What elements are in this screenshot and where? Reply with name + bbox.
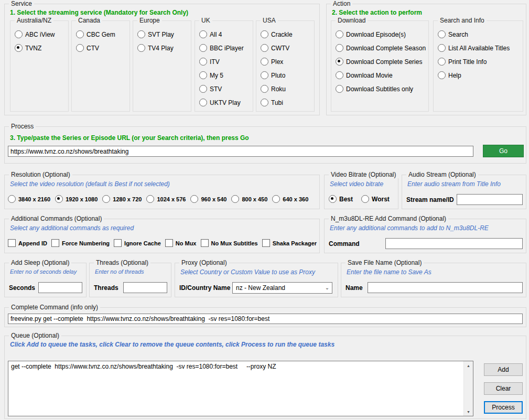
- seconds-input[interactable]: [38, 282, 82, 293]
- radio-option[interactable]: Print Title Info: [438, 58, 510, 66]
- radio-icon: [438, 71, 446, 79]
- radio-option[interactable]: Help: [438, 71, 510, 79]
- radio-option[interactable]: STV: [199, 85, 244, 93]
- radio-option[interactable]: TVNZ: [15, 44, 55, 52]
- checkbox-option[interactable]: Ignore Cache: [114, 239, 161, 247]
- radio-option[interactable]: 3840 x 2160: [8, 195, 50, 203]
- radio-option[interactable]: Crackle: [261, 30, 293, 38]
- radio-icon: [261, 58, 268, 66]
- checkbox-option[interactable]: Append ID: [8, 239, 47, 247]
- scroll-track[interactable]: [464, 370, 473, 407]
- threads-label: Threads: [94, 284, 118, 292]
- radio-icon: [199, 30, 207, 38]
- radio-option[interactable]: SVT Play: [137, 30, 174, 38]
- command-input[interactable]: [385, 238, 523, 249]
- radio-icon: [261, 44, 268, 52]
- radio-option[interactable]: Tubi: [261, 99, 293, 106]
- service-group-canada: Canada CBC Gem CTV: [71, 20, 130, 112]
- radio-option[interactable]: CBC Gem: [76, 30, 115, 38]
- radio-option[interactable]: Download Movie: [336, 71, 426, 79]
- radio-list: CBC Gem CTV: [76, 30, 115, 52]
- radio-list: All 4 BBC iPlayer ITV My 5: [199, 30, 244, 106]
- radio-icon: [137, 44, 145, 52]
- threads-input[interactable]: [123, 282, 167, 293]
- radio-label: TVNZ: [25, 45, 41, 52]
- resolution-radio-row: 3840 x 2160 1920 x 1080 1280 x 720 1024 …: [8, 195, 308, 203]
- radio-option[interactable]: ITV: [199, 58, 244, 66]
- bitrate-hint: Select video bitrate: [330, 180, 383, 188]
- radio-option[interactable]: CWTV: [261, 44, 293, 52]
- radio-option[interactable]: Download Complete Series: [336, 58, 426, 66]
- radio-label: Worst: [372, 196, 390, 203]
- scroll-up-icon[interactable]: ▲: [464, 361, 473, 370]
- radio-option[interactable]: Worst: [361, 195, 390, 203]
- radio-option[interactable]: TV4 Play: [137, 44, 174, 52]
- checkbox-icon: [8, 239, 16, 247]
- audio-group-title: Audio Stream (Optional): [406, 171, 478, 178]
- radio-option[interactable]: ABC iView: [15, 30, 55, 38]
- radio-option[interactable]: My 5: [199, 71, 244, 79]
- radio-label: Roku: [271, 85, 286, 93]
- radio-icon: [15, 30, 23, 38]
- radio-option[interactable]: 1024 x 576: [146, 195, 186, 203]
- save-name-input[interactable]: [368, 282, 523, 293]
- radio-label: Help: [448, 72, 461, 79]
- resolution-group-title: Resolution (Optional): [9, 171, 72, 178]
- complete-command-output: [8, 314, 523, 324]
- radio-option[interactable]: List All Available Titles: [438, 44, 510, 52]
- process-group: Process 3. Type/paste the Series or Epis…: [4, 126, 526, 164]
- radio-option[interactable]: Search: [438, 30, 510, 38]
- radio-option[interactable]: Download Subtitles only: [336, 85, 426, 93]
- radio-icon: [361, 195, 369, 203]
- radio-option[interactable]: 800 x 450: [231, 195, 267, 203]
- subgroup-title: Australia/NZ: [15, 17, 53, 24]
- radio-label: CWTV: [271, 45, 289, 52]
- scroll-down-icon[interactable]: ▼: [464, 407, 473, 416]
- queue-textarea[interactable]: get --complete https://www.tvnz.co.nz/sh…: [8, 361, 463, 416]
- radio-icon: [438, 58, 446, 66]
- radio-option[interactable]: Download Complete Season: [336, 44, 426, 52]
- go-button[interactable]: Go: [483, 145, 524, 157]
- checkbox-option[interactable]: Force Numbering: [51, 239, 110, 247]
- checkbox-option[interactable]: No Mux Subtitles: [201, 239, 258, 247]
- radio-list: Search List All Available Titles Print T…: [438, 30, 510, 79]
- checkbox-icon: [165, 239, 173, 247]
- bitrate-radio-row: Best Worst: [329, 195, 390, 203]
- radio-option[interactable]: 960 x 540: [190, 195, 226, 203]
- complete-command-title: Complete Command (info only): [9, 304, 100, 311]
- queue-scrollbar[interactable]: ▲ ▼: [463, 361, 473, 416]
- radio-label: List All Available Titles: [448, 45, 510, 52]
- radio-option[interactable]: 1280 x 720: [102, 195, 142, 203]
- radio-icon: [199, 99, 207, 106]
- radio-icon: [15, 44, 23, 52]
- checkbox-label: Append ID: [18, 240, 47, 246]
- clear-button[interactable]: Clear: [484, 382, 523, 395]
- radio-option[interactable]: BBC iPlayer: [199, 44, 244, 52]
- radio-option[interactable]: UKTV Play: [199, 99, 244, 106]
- radio-option[interactable]: Pluto: [261, 71, 293, 79]
- checkbox-option[interactable]: No Mux: [165, 239, 197, 247]
- add-button[interactable]: Add: [484, 363, 523, 376]
- radio-option[interactable]: Plex: [261, 58, 293, 66]
- radio-label: Crackle: [271, 31, 293, 38]
- radio-option[interactable]: 1920 x 1080: [55, 195, 98, 203]
- proxy-select[interactable]: nz - New Zealand ⌄: [232, 282, 332, 294]
- stream-id-input[interactable]: [457, 194, 523, 205]
- radio-option[interactable]: 640 x 360: [272, 195, 308, 203]
- process-button[interactable]: Process: [484, 401, 523, 414]
- radio-option[interactable]: Download Episode(s): [336, 30, 426, 38]
- queue-group: Queue (Optional) Click Add to queue the …: [4, 336, 526, 419]
- radio-list: ABC iView TVNZ: [15, 30, 55, 52]
- subgroup-title: UK: [199, 17, 212, 24]
- radio-option[interactable]: All 4: [199, 30, 244, 38]
- nm3u8dl-command-group: N_m3u8DL-RE Add Command (Optional) Enter…: [324, 219, 526, 253]
- checkbox-icon: [201, 239, 209, 247]
- checkbox-label: Force Numbering: [62, 240, 110, 246]
- checkbox-option[interactable]: Shaka Packager: [262, 239, 317, 247]
- service-group-uk: UK All 4 BBC iPlayer ITV: [195, 20, 253, 112]
- radio-option[interactable]: CTV: [76, 44, 115, 52]
- radio-option[interactable]: Roku: [261, 85, 293, 93]
- radio-option[interactable]: Best: [329, 195, 353, 203]
- audio-hint: Enter audio stream from Title Info: [407, 180, 501, 188]
- url-input[interactable]: [8, 146, 473, 157]
